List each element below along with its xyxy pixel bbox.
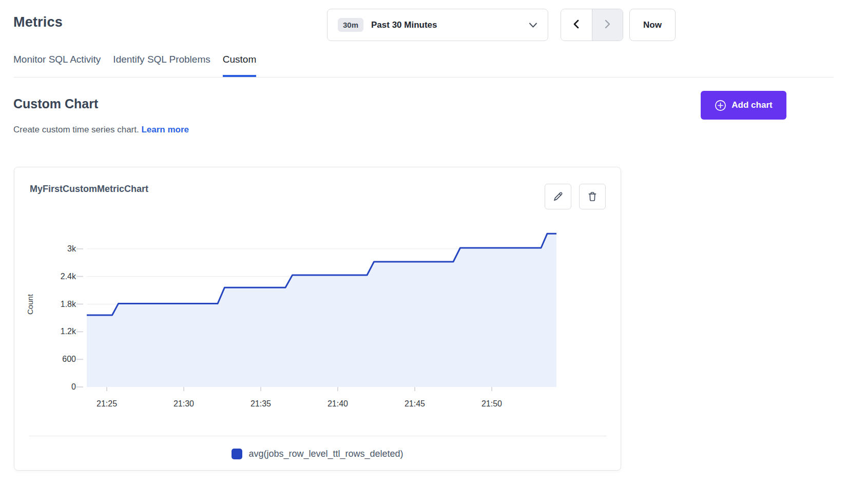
x-tick-label: 21:50: [471, 399, 512, 409]
chevron-down-icon: [529, 22, 537, 28]
y-tick-label: 2.4k: [14, 272, 76, 282]
section-description: Create custom time series chart. Learn m…: [13, 125, 189, 135]
now-button[interactable]: Now: [629, 9, 676, 41]
plot-svg: [87, 221, 556, 387]
trash-icon: [586, 190, 599, 203]
page-title: Metrics: [13, 14, 63, 30]
section-heading: Custom Chart: [13, 96, 98, 111]
add-chart-button-label: Add chart: [732, 100, 772, 110]
time-range-badge: 30m: [338, 18, 363, 32]
section-description-text: Create custom time series chart.: [13, 125, 139, 134]
chevron-left-icon: [572, 19, 580, 31]
tab-monitor-sql-activity[interactable]: Monitor SQL Activity: [13, 53, 101, 77]
series-area: [87, 234, 556, 387]
x-tick-label: 21:45: [394, 399, 435, 409]
y-tick-label: 0: [14, 382, 76, 392]
delete-chart-button[interactable]: [579, 184, 606, 209]
x-axis-labels: 21:2521:3021:3521:4021:4521:50: [87, 399, 556, 410]
chart-legend: avg(jobs_row_level_ttl_rows_deleted): [14, 449, 621, 459]
next-time-button[interactable]: [592, 9, 623, 41]
add-chart-button[interactable]: Add chart: [701, 91, 786, 120]
pencil-icon: [552, 190, 564, 203]
chevron-right-icon: [604, 19, 611, 31]
y-axis-labels: 06001.2k1.8k2.4k3k: [14, 221, 76, 387]
learn-more-link[interactable]: Learn more: [141, 125, 189, 134]
y-tick-label: 1.2k: [14, 326, 76, 337]
y-tick-label: 3k: [14, 244, 76, 254]
tab-bar: Monitor SQL Activity Identify SQL Proble…: [13, 53, 256, 77]
time-range-label: Past 30 Minutes: [371, 20, 437, 30]
tab-identify-sql-problems[interactable]: Identify SQL Problems: [113, 53, 210, 77]
time-nav-group: [561, 9, 623, 41]
y-tick-label: 600: [14, 354, 76, 364]
x-tick-label: 21:40: [317, 399, 358, 409]
tab-bar-separator: [13, 77, 834, 77]
y-tick-label: 1.8k: [14, 299, 76, 309]
tab-custom[interactable]: Custom: [223, 53, 256, 77]
x-tick-label: 21:30: [163, 399, 204, 409]
series-color-swatch: [232, 449, 242, 459]
x-tick-label: 21:35: [240, 399, 281, 409]
plus-circle-icon: [715, 100, 726, 111]
time-range-dropdown[interactable]: 30m Past 30 Minutes: [327, 9, 548, 41]
legend-divider: [29, 436, 607, 436]
chart-title: MyFirstCustomMetricChart: [30, 184, 148, 195]
previous-time-button[interactable]: [561, 9, 592, 41]
custom-chart-card: MyFirstCustomMetricChart Count 06001.2k1…: [14, 167, 621, 471]
x-tick-label: 21:25: [86, 399, 127, 409]
legend-series-label: avg(jobs_row_level_ttl_rows_deleted): [248, 449, 403, 459]
edit-chart-button[interactable]: [545, 184, 571, 209]
